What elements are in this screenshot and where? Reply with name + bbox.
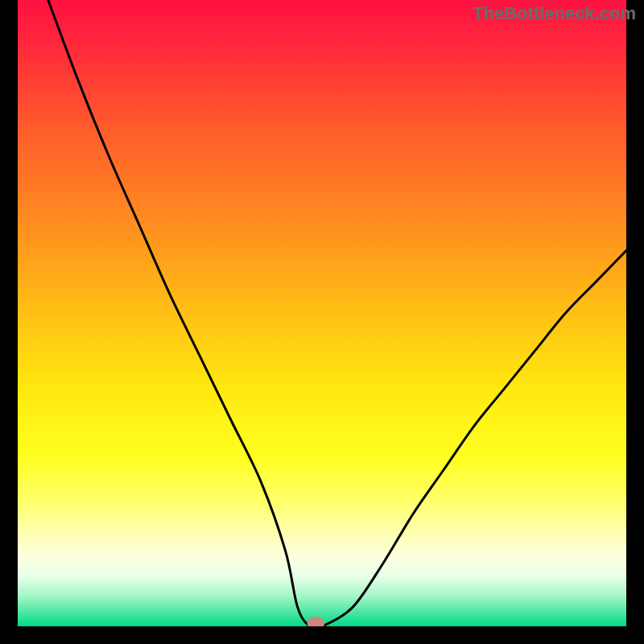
- plot-background: [18, 0, 626, 626]
- border-left: [0, 0, 18, 644]
- bottleneck-chart: TheBottleneck.com: [0, 0, 644, 644]
- border-bottom: [0, 626, 644, 644]
- chart-svg: [0, 0, 644, 644]
- watermark-text: TheBottleneck.com: [473, 3, 636, 24]
- border-right: [626, 0, 644, 644]
